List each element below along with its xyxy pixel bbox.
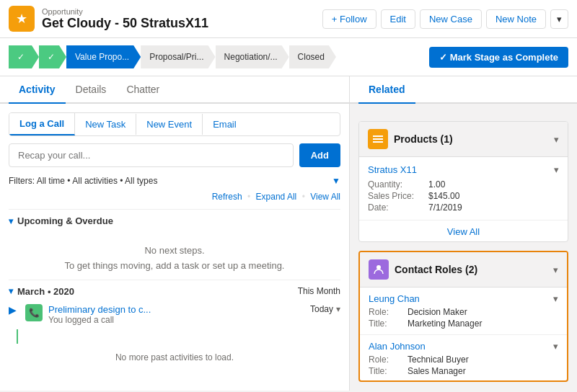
right-panel: Related Products (1) ▾	[350, 76, 577, 391]
opportunity-icon: ★	[9, 6, 35, 32]
more-actions-button[interactable]: ▾	[550, 9, 568, 29]
no-steps-area: No next steps. To get things moving, add…	[9, 232, 340, 280]
month-section-header: ▾ March • 2020 This Month	[9, 280, 340, 300]
recap-input[interactable]	[9, 143, 294, 167]
stage-check-1: ✓	[17, 52, 25, 62]
edit-button[interactable]: Edit	[381, 9, 415, 29]
contact-item-1: Alan Johnson ▾ Role: Technical Buyer Tit…	[360, 335, 567, 382]
stage-pill-2[interactable]: ✓	[39, 45, 66, 68]
new-note-button[interactable]: New Note	[486, 9, 546, 29]
expand-activity-icon[interactable]: ▶	[9, 304, 17, 316]
contact-1-details: Role: Technical Buyer Title: Sales Manag…	[369, 355, 558, 376]
stage-item-5[interactable]: Negotiation/...	[216, 45, 289, 68]
sales-price-value: $145.00	[428, 191, 559, 201]
stage-item-4[interactable]: Proposal/Pri...	[141, 45, 215, 68]
email-button[interactable]: Email	[203, 114, 247, 135]
stage-label-4: Proposal/Pri...	[149, 52, 203, 62]
add-button[interactable]: Add	[299, 143, 340, 167]
activity-type-icon: 📞	[25, 304, 43, 321]
header-text: Opportunity Get Cloudy - 50 StratusX11	[42, 7, 208, 31]
upcoming-chevron-icon: ▾	[9, 216, 13, 226]
product-chevron-icon[interactable]: ▾	[554, 164, 559, 175]
stage-item-2[interactable]: ✓	[39, 45, 66, 68]
no-steps-line1: No next steps.	[9, 244, 340, 259]
view-all-link[interactable]: View All	[310, 192, 340, 202]
products-card-header: Products (1) ▾	[359, 122, 568, 157]
stage-pill-3[interactable]: Value Propo...	[66, 45, 141, 68]
products-card-body: Stratus X11 ▾ Quantity: 1.00 Sales Price…	[359, 157, 568, 220]
new-case-button[interactable]: New Case	[420, 9, 482, 29]
activity-item: ▶ 📞 Preliminary design to c... You logge…	[9, 300, 340, 329]
contact-item-0: Leung Chan ▾ Role: Decision Maker Title:…	[360, 288, 567, 335]
mark-stage-complete-button[interactable]: ✓ Mark Stage as Complete	[429, 47, 568, 68]
products-view-all-link[interactable]: View All	[359, 220, 568, 242]
upcoming-section-label: Upcoming & Overdue	[17, 215, 113, 226]
contact-roles-header-left: Contact Roles (2)	[369, 259, 477, 280]
new-task-button[interactable]: New Task	[75, 114, 136, 135]
timeline-line	[17, 329, 18, 344]
contact-0-name-link[interactable]: Leung Chan ▾	[369, 293, 558, 304]
this-month-label: This Month	[298, 286, 340, 296]
stage-pill-6[interactable]: Closed	[289, 45, 336, 68]
refresh-link[interactable]: Refresh	[212, 192, 242, 202]
contact-1-name-link[interactable]: Alan Johnson ▾	[369, 341, 558, 352]
month-chevron-icon[interactable]: ▾	[9, 286, 13, 296]
filter-funnel-icon[interactable]: ▼	[332, 176, 340, 186]
activity-date-text: Today	[310, 304, 333, 314]
stage-label-6: Closed	[298, 52, 325, 62]
contact-1-role-label: Role:	[369, 355, 405, 365]
stage-pill-1[interactable]: ✓	[9, 45, 39, 68]
contact-roles-card-icon	[369, 259, 389, 280]
products-card-title: Products (1)	[394, 133, 453, 145]
activity-subtitle: You logged a call	[48, 315, 304, 325]
svg-point-3	[376, 265, 381, 270]
product-name-link[interactable]: Stratus X11 ▾	[368, 164, 559, 175]
page-header: ★ Opportunity Get Cloudy - 50 StratusX11…	[0, 0, 577, 38]
tab-details[interactable]: Details	[66, 76, 117, 104]
products-card-chevron-icon[interactable]: ▾	[554, 134, 559, 145]
date-label: Date:	[368, 202, 426, 213]
contact-1-title-value: Sales Manager	[408, 366, 558, 376]
activity-date-area: Today ▾	[310, 304, 340, 314]
contact-0-role-label: Role:	[369, 307, 405, 317]
svg-rect-1	[373, 138, 383, 140]
svg-rect-2	[373, 141, 383, 143]
stage-pill-4[interactable]: Proposal/Pri...	[141, 45, 215, 68]
expand-all-link[interactable]: Expand All	[256, 192, 297, 202]
contact-0-title-label: Title:	[369, 318, 405, 329]
record-type-label: Opportunity	[42, 7, 208, 16]
contact-1-chevron-icon[interactable]: ▾	[553, 341, 558, 352]
stage-bar: ✓ ✓ Value Propo... Proposal/Pri... Negot…	[0, 38, 577, 76]
contact-0-chevron-icon[interactable]: ▾	[553, 293, 558, 304]
stage-label-3: Value Propo...	[75, 52, 129, 62]
contact-1-title-label: Title:	[369, 366, 405, 376]
contact-roles-card-header: Contact Roles (2) ▾	[360, 252, 567, 288]
activity-text: Preliminary design to c... You logged a …	[48, 304, 304, 325]
record-title: Get Cloudy - 50 StratusX11	[42, 16, 208, 31]
log-call-button[interactable]: Log a Call	[9, 113, 75, 135]
action-buttons: Log a Call New Task New Event Email	[9, 112, 340, 136]
stage-item-3[interactable]: Value Propo...	[66, 45, 141, 68]
new-event-button[interactable]: New Event	[136, 114, 203, 135]
no-more-text: No more past activities to load.	[9, 344, 340, 371]
contact-0-title-value: Marketing Manager	[408, 318, 558, 329]
stage-item-1[interactable]: ✓	[9, 45, 39, 68]
filter-links: Refresh • Expand All • View All	[9, 192, 340, 202]
tab-chatter[interactable]: Chatter	[116, 76, 169, 104]
quantity-value: 1.00	[428, 179, 559, 190]
stage-pill-5[interactable]: Negotiation/...	[216, 45, 289, 68]
related-tabs: Related	[350, 76, 577, 104]
contact-1-role-value: Technical Buyer	[408, 355, 558, 365]
stage-check-2: ✓	[48, 52, 55, 62]
tab-related[interactable]: Related	[358, 76, 415, 104]
stage-item-6[interactable]: Closed	[289, 45, 336, 68]
activity-chevron-icon[interactable]: ▾	[336, 304, 340, 314]
tab-activity[interactable]: Activity	[9, 76, 66, 104]
header-left: ★ Opportunity Get Cloudy - 50 StratusX11	[9, 6, 208, 32]
contact-roles-chevron-icon[interactable]: ▾	[553, 264, 558, 275]
sales-price-label: Sales Price:	[368, 191, 426, 201]
follow-button[interactable]: + Follow	[322, 9, 376, 29]
main-layout: Activity Details Chatter Log a Call New …	[0, 76, 577, 391]
upcoming-section-header[interactable]: ▾ Upcoming & Overdue	[9, 209, 340, 232]
activity-title-link[interactable]: Preliminary design to c...	[48, 304, 304, 315]
